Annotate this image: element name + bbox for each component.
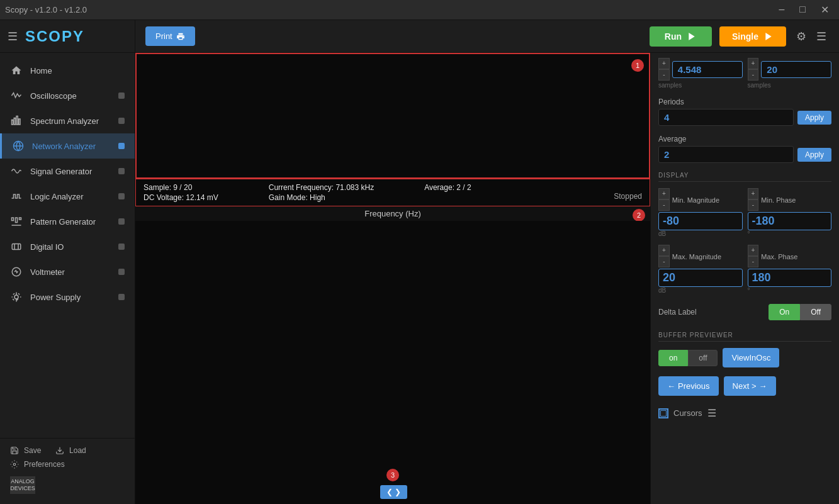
buffer-toggle: on off xyxy=(658,350,718,366)
sidebar-item-power[interactable]: Power Supply xyxy=(0,284,135,310)
cursors-settings-icon[interactable]: ☰ xyxy=(707,407,716,419)
toolbar: Print Run Single ⚙ ☰ xyxy=(135,20,839,53)
buf-on-button[interactable]: on xyxy=(658,350,688,366)
min-phase-minus[interactable]: - xyxy=(748,199,759,211)
titlebar-controls[interactable]: – □ ✕ xyxy=(774,3,834,17)
svg-rect-6 xyxy=(12,218,14,221)
chart-area: 1 Sample: 9 / 20 DC Voltage: 12.14 mV Cu… xyxy=(135,53,839,504)
minimize-btn[interactable]: – xyxy=(774,3,789,17)
periods-input[interactable]: 4 xyxy=(658,109,794,126)
sidebar-item-signal[interactable]: Signal Generator xyxy=(0,159,135,184)
delta-on-button[interactable]: On xyxy=(769,304,800,320)
sidebar-item-label-network: Network Analyzer xyxy=(32,142,96,151)
titlebar-title: Scopy - v1.2.0 - v1.2.0 xyxy=(5,5,87,14)
buf-off-button[interactable]: off xyxy=(688,350,718,366)
sidebar-item-voltmeter[interactable]: Voltmeter xyxy=(0,259,135,284)
min-mag-plus[interactable]: + xyxy=(658,188,670,199)
cursors-checkbox[interactable] xyxy=(658,408,668,418)
sidebar-item-spectrum[interactable]: Spectrum Analyzer xyxy=(0,108,135,133)
max-phase-plus[interactable]: + xyxy=(748,245,759,256)
max-phase-controls: + - Max. Phase xyxy=(748,245,832,267)
hamburger-icon[interactable]: ☰ xyxy=(8,30,18,43)
analog-box: ANALOGDEVICES xyxy=(10,476,35,494)
preferences-row[interactable]: Preferences xyxy=(10,460,125,469)
network-icon xyxy=(12,140,25,152)
min-mag-input[interactable]: -80 xyxy=(658,212,743,230)
close-btn[interactable]: ✕ xyxy=(816,3,834,17)
cursors-label: Cursors xyxy=(673,408,702,418)
single-button[interactable]: Single xyxy=(719,26,786,47)
right-panel: + - 4.548 samples + xyxy=(650,53,839,504)
print-button[interactable]: Print xyxy=(145,26,195,46)
samples-2-col: + - 20 samples xyxy=(748,58,832,89)
svg-rect-8 xyxy=(20,218,21,220)
nav-buttons: ← Previous Next > → xyxy=(658,376,831,396)
freq-charts: 3 ❮ ❯ xyxy=(135,221,650,504)
max-mag-label-text: Max. Magnitude xyxy=(672,252,743,261)
samples1-input[interactable]: 4.548 xyxy=(672,61,743,78)
max-phase-minus[interactable]: - xyxy=(748,256,759,267)
run-button[interactable]: Run xyxy=(650,26,712,47)
cursor-handle-area: ❮ ❯ xyxy=(380,485,407,499)
average-section: Average 2 Apply xyxy=(658,135,831,163)
sidebar-item-label-signal: Signal Generator xyxy=(30,167,92,176)
svg-rect-10 xyxy=(12,244,21,250)
average-input[interactable]: 2 xyxy=(658,146,794,163)
cursor-handle-btn[interactable]: ❮ ❯ xyxy=(380,485,407,499)
samples-2-controls: + - 20 xyxy=(748,58,832,81)
max-mag-plus[interactable]: + xyxy=(658,245,670,256)
sidebar-item-label-home: Home xyxy=(30,66,52,76)
samples2-input[interactable]: 20 xyxy=(761,61,831,78)
next-button[interactable]: Next > → xyxy=(724,376,776,396)
periods-apply-button[interactable]: Apply xyxy=(797,111,831,125)
min-mag-controls: + - Min. Magnitude xyxy=(658,188,743,211)
osc-dot xyxy=(118,92,125,99)
max-phase-input[interactable]: 180 xyxy=(748,269,832,287)
badge-1: 1 xyxy=(631,59,644,72)
save-row[interactable]: Save Load xyxy=(10,446,125,455)
sidebar-item-oscilloscope[interactable]: Oscilloscope xyxy=(0,83,135,108)
sidebar-footer: Save Load Preferences ANALOGDEVICES xyxy=(0,438,135,504)
average-apply-button[interactable]: Apply xyxy=(797,148,831,162)
sidebar-item-home[interactable]: Home xyxy=(0,58,135,83)
voltmeter-icon xyxy=(10,266,23,278)
min-phase-input[interactable]: -180 xyxy=(748,212,832,230)
max-phase-col: + - Max. Phase 180 ° xyxy=(748,245,832,294)
sidebar-header: ☰ SCOPY xyxy=(0,20,135,53)
sidebar-item-pattern[interactable]: Pattern Generator xyxy=(0,209,135,234)
samples1-minus[interactable]: - xyxy=(658,69,670,81)
delta-label: Delta Label xyxy=(658,308,697,316)
previous-button[interactable]: ← Previous xyxy=(658,376,719,396)
signal-dot xyxy=(118,168,125,174)
min-mag-minus[interactable]: - xyxy=(658,199,670,211)
min-phase-pm: + - xyxy=(748,188,759,211)
sidebar-item-label-spectrum: Spectrum Analyzer xyxy=(30,116,99,126)
delta-toggle: On Off xyxy=(769,304,831,320)
samples2-plus[interactable]: + xyxy=(748,58,759,69)
view-in-osc-button[interactable]: ViewInOsc xyxy=(723,348,779,367)
samples2-unit: samples xyxy=(748,82,832,89)
display-section-title: DISPLAY xyxy=(658,172,831,182)
max-phase-label-text: Max. Phase xyxy=(761,252,831,261)
max-mag-input[interactable]: 20 xyxy=(658,269,743,287)
samples1-plus[interactable]: + xyxy=(658,58,670,69)
sidebar-item-network[interactable]: Network Analyzer xyxy=(0,133,135,159)
max-mag-minus[interactable]: - xyxy=(658,256,670,267)
samples-1-controls: + - 4.548 xyxy=(658,58,743,81)
samples2-minus[interactable]: - xyxy=(748,69,759,81)
min-phase-controls: + - Min. Phase xyxy=(748,188,832,211)
samples-row: + - 4.548 samples + xyxy=(658,58,831,89)
settings-icon[interactable]: ⚙ xyxy=(794,27,809,46)
menu-icon[interactable]: ☰ xyxy=(814,27,829,46)
min-phase-plus[interactable]: + xyxy=(748,188,759,199)
sidebar-item-digital[interactable]: Digital IO xyxy=(0,234,135,259)
signal-icon xyxy=(10,165,23,177)
min-phase-label-text: Min. Phase xyxy=(761,195,831,204)
min-phase-col: + - Min. Phase -180 ° xyxy=(748,188,832,237)
min-magnitude-col: + - Min. Magnitude -80 dB xyxy=(658,188,743,237)
maximize-btn[interactable]: □ xyxy=(794,3,811,17)
delta-off-button[interactable]: Off xyxy=(800,304,831,320)
buffer-controls: on off ViewInOsc xyxy=(658,348,831,367)
max-phase-pm: + - xyxy=(748,245,759,267)
sidebar-item-logic[interactable]: Logic Analyzer xyxy=(0,184,135,209)
